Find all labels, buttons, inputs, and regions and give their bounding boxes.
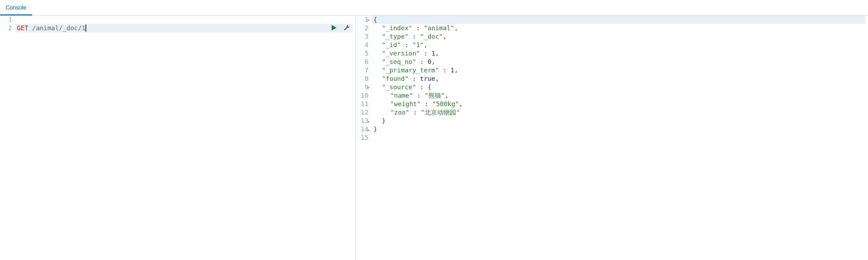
request-actions [332,25,350,31]
response-line[interactable]: "_source" : { [372,83,865,91]
request-code[interactable]: GET /animal/_doc/1 [15,15,356,32]
line-number: 7 [361,66,369,74]
line-number: 1 [361,15,369,24]
svg-marker-0 [332,25,336,31]
response-line[interactable]: "_seq_no" : 0, [372,58,865,66]
response-line[interactable]: } [372,125,865,134]
response-line[interactable]: "_id" : "1", [372,41,865,49]
line-number: 5 [361,49,369,58]
line-number: 1 [5,15,12,24]
response-line[interactable]: "weight" : "500kg", [372,100,865,108]
tab-console[interactable]: Console [0,1,32,15]
response-line[interactable]: "_type" : "_doc", [372,32,865,41]
response-line[interactable]: { [372,15,865,24]
console-split: 12 GET /animal/_doc/1 123456789101112131… [0,15,868,260]
line-number: 8 [361,74,369,83]
response-line[interactable]: "zoo" : "北京动物园" [372,108,865,117]
response-pane: 123456789101112131415 {"_index" : "anima… [356,15,868,260]
wrench-icon[interactable] [344,25,350,31]
request-gutter: 12 [0,15,15,32]
response-line[interactable]: "_index" : "animal", [372,24,865,32]
line-number: 2 [361,24,369,32]
response-line[interactable] [372,134,865,142]
line-number: 10 [361,91,369,100]
response-line[interactable]: "found" : true, [372,74,865,83]
response-line[interactable]: "_primary_term" : 1, [372,66,865,74]
line-number: 11 [361,100,369,108]
line-number: 15 [361,134,369,142]
line-number: 3 [361,32,369,41]
line-number: 4 [361,41,369,49]
response-line[interactable]: "_version" : 1, [372,49,865,58]
line-number: 12 [361,108,369,117]
tab-label: Console [6,5,26,11]
request-editor[interactable]: 12 GET /animal/_doc/1 [0,15,356,32]
line-number: 9 [361,83,369,91]
response-editor[interactable]: 123456789101112131415 {"_index" : "anima… [356,15,868,142]
response-line[interactable]: } [372,117,865,125]
tabs-bar: Console [0,0,868,15]
response-code[interactable]: {"_index" : "animal","_type" : "_doc","_… [372,15,868,142]
line-number: 14 [361,125,369,134]
line-number: 13 [361,117,369,125]
line-number: 6 [361,58,369,66]
play-icon[interactable] [332,25,336,31]
response-gutter: 123456789101112131415 [356,15,372,142]
response-line[interactable]: "name" : "熊猫", [372,91,865,100]
request-line[interactable] [15,15,353,24]
request-pane: 12 GET /animal/_doc/1 [0,15,356,260]
request-line[interactable]: GET /animal/_doc/1 [15,24,353,32]
line-number: 2 [5,24,12,32]
